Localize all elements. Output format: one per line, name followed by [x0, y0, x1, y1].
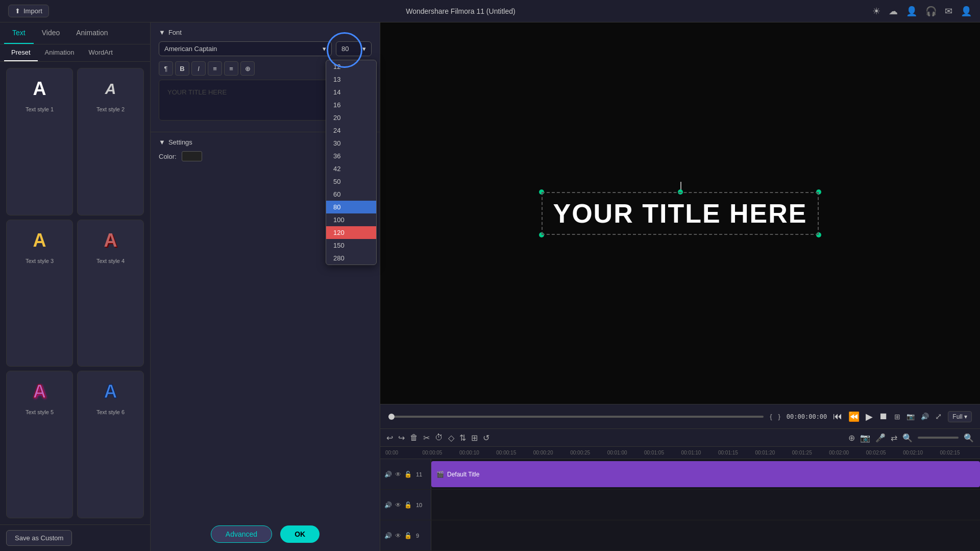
paragraph-btn[interactable]: ¶: [159, 61, 173, 76]
tab-video[interactable]: Video: [34, 22, 68, 44]
preview-area: YOUR TITLE HERE: [380, 22, 980, 404]
skip-back-btn[interactable]: ⏮: [833, 411, 842, 422]
track-speaker-icon[interactable]: 🔊: [384, 501, 392, 509]
time-display: 00:00:00:00: [787, 413, 827, 420]
tab-text[interactable]: Text: [4, 22, 34, 44]
sub-tab-preset[interactable]: Preset: [4, 44, 38, 61]
advanced-button[interactable]: Advanced: [211, 525, 272, 543]
camera-track-icon[interactable]: 📷: [860, 433, 870, 443]
size-option-42[interactable]: 42: [326, 162, 376, 175]
track-speaker-icon[interactable]: 🔊: [384, 532, 392, 539]
account-icon[interactable]: 👤: [961, 6, 972, 17]
size-option-30[interactable]: 30: [326, 137, 376, 150]
track-lock-icon[interactable]: 🔓: [404, 532, 412, 539]
size-option-280[interactable]: 280: [326, 252, 376, 265]
mail-icon[interactable]: ✉: [945, 6, 952, 17]
style-label-2: Text style 2: [96, 106, 125, 112]
style-item[interactable]: A Text style 6: [77, 371, 144, 518]
style-label-1: Text style 1: [26, 106, 54, 112]
redo-icon[interactable]: ↪: [398, 433, 405, 443]
size-option-12[interactable]: 12: [326, 60, 376, 73]
multiclip-icon[interactable]: ⊞: [471, 433, 478, 443]
font-size-dropdown: 12 13 14 16 20 24 30 36 42 50 60 80 100 …: [326, 60, 377, 265]
size-option-120[interactable]: 120: [326, 226, 376, 239]
headset-icon[interactable]: 🎧: [925, 6, 937, 17]
ruler-mark: 00:01:05: [643, 450, 680, 456]
mic-icon[interactable]: 🎤: [875, 433, 886, 443]
zoom-slider[interactable]: [918, 437, 959, 439]
spacing-btn[interactable]: ⊕: [240, 61, 255, 76]
undo-icon[interactable]: ↩: [386, 433, 393, 443]
tab-animation[interactable]: Animation: [68, 22, 116, 44]
size-option-50[interactable]: 50: [326, 175, 376, 188]
reset-icon[interactable]: ↺: [483, 433, 489, 443]
style-item[interactable]: A Text style 2: [77, 68, 144, 215]
size-option-14[interactable]: 14: [326, 86, 376, 99]
zoom-in-icon[interactable]: 🔍: [964, 433, 974, 443]
size-option-16[interactable]: 16: [326, 99, 376, 111]
bracket-left-icon: {: [770, 413, 772, 420]
view-mode-select[interactable]: Full ▾: [948, 411, 972, 422]
save-as-custom-button[interactable]: Save as Custom: [6, 530, 72, 546]
timer-icon[interactable]: ⏱: [435, 433, 443, 442]
effects-icon[interactable]: ◇: [448, 433, 454, 443]
chevron-down-icon: ▼: [159, 138, 165, 146]
track-lock-icon[interactable]: 🔓: [404, 471, 412, 478]
bold-btn[interactable]: B: [175, 61, 189, 76]
size-option-60[interactable]: 60: [326, 188, 376, 201]
sort-icon[interactable]: ⇅: [459, 433, 466, 443]
italic-btn[interactable]: I: [191, 61, 206, 76]
track-header-10: 🔊 👁 🔓 10: [380, 490, 431, 520]
style-item[interactable]: A Text style 3: [6, 220, 73, 367]
import-button[interactable]: ⬆ Import: [8, 5, 49, 17]
font-section: ▼ Font American Captain ▾ 80 ▾: [151, 22, 380, 132]
font-family-select[interactable]: American Captain ▾: [159, 41, 332, 56]
track-clip-11[interactable]: 🎬 Default Title: [431, 461, 980, 487]
sub-tab-wordart[interactable]: WordArt: [81, 44, 119, 61]
size-option-24[interactable]: 24: [326, 124, 376, 137]
track-eye-icon[interactable]: 👁: [395, 532, 401, 539]
top-handle: [680, 182, 681, 190]
color-swatch[interactable]: [182, 151, 202, 161]
track-content-9[interactable]: [431, 520, 980, 550]
size-option-80[interactable]: 80: [326, 201, 376, 213]
size-option-20[interactable]: 20: [326, 111, 376, 124]
stop-btn[interactable]: ⏹: [879, 411, 888, 422]
style-item[interactable]: A Text style 5: [6, 371, 73, 518]
ok-button[interactable]: OK: [280, 525, 320, 543]
add-track-icon[interactable]: ⊕: [848, 433, 855, 443]
user-icon[interactable]: 👤: [906, 6, 917, 17]
zoom-out-icon[interactable]: 🔍: [902, 433, 913, 443]
cut-icon[interactable]: ✂: [423, 433, 430, 443]
progress-slider[interactable]: [388, 416, 764, 418]
delete-icon[interactable]: 🗑: [410, 433, 418, 442]
transition-icon[interactable]: ⇄: [891, 433, 897, 443]
align-center-btn[interactable]: ≡: [224, 61, 238, 76]
track-content-11[interactable]: 🎬 Default Title: [431, 459, 980, 489]
track-eye-icon[interactable]: 👁: [395, 501, 401, 509]
size-option-36[interactable]: 36: [326, 150, 376, 162]
app-title: Wondershare Filmora 11 (Untitled): [57, 7, 864, 15]
frame-back-btn[interactable]: ⏪: [848, 411, 860, 422]
size-option-13[interactable]: 13: [326, 73, 376, 86]
cloud-icon[interactable]: ☁: [889, 6, 898, 17]
style-item[interactable]: A Text style 4: [77, 220, 144, 367]
size-option-100[interactable]: 100: [326, 213, 376, 226]
track-speaker-icon[interactable]: 🔊: [384, 471, 392, 478]
ruler-mark: 00:01:20: [754, 450, 791, 456]
track-lock-icon[interactable]: 🔓: [404, 501, 412, 509]
align-left-btn[interactable]: ≡: [208, 61, 222, 76]
size-option-150[interactable]: 150: [326, 239, 376, 252]
play-btn[interactable]: ▶: [866, 411, 873, 422]
camera-icon[interactable]: 📷: [906, 413, 915, 420]
middle-panel: ▼ Font American Captain ▾ 80 ▾: [151, 22, 380, 551]
volume-icon[interactable]: 🔊: [921, 413, 929, 420]
font-size-input[interactable]: 80 ▾: [336, 41, 372, 56]
expand-icon[interactable]: ⤢: [935, 412, 942, 421]
style-item[interactable]: A Text style 1: [6, 68, 73, 215]
track-content-10[interactable]: [431, 490, 980, 520]
sub-tab-animation[interactable]: Animation: [38, 44, 82, 61]
sun-icon[interactable]: ☀: [872, 6, 880, 17]
track-eye-icon[interactable]: 👁: [395, 471, 401, 478]
ruler-marks: 00:00 00:00:05 00:00:10 00:00:15 00:00:2…: [384, 450, 976, 456]
